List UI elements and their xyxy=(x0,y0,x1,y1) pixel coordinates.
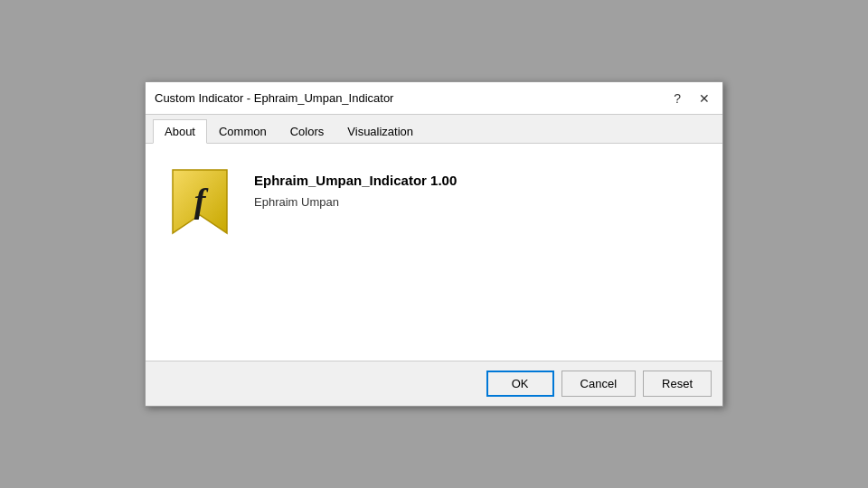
ok-button[interactable]: OK xyxy=(486,371,554,397)
reset-button[interactable]: Reset xyxy=(643,371,712,397)
title-bar-controls: ? ✕ xyxy=(670,89,713,108)
help-button[interactable]: ? xyxy=(670,89,684,108)
custom-indicator-dialog: Custom Indicator - Ephraim_Umpan_Indicat… xyxy=(145,81,723,407)
indicator-author: Ephraim Umpan xyxy=(254,195,457,209)
indicator-icon: f xyxy=(164,165,236,238)
content-area: f Ephraim_Umpan_Indicator 1.00 Ephraim U… xyxy=(146,144,722,361)
about-section: f Ephraim_Umpan_Indicator 1.00 Ephraim U… xyxy=(164,165,704,238)
dialog-title: Custom Indicator - Ephraim_Umpan_Indicat… xyxy=(155,91,393,105)
indicator-name: Ephraim_Umpan_Indicator 1.00 xyxy=(254,173,457,188)
dialog-footer: OK Cancel Reset xyxy=(146,361,722,406)
title-bar: Custom Indicator - Ephraim_Umpan_Indicat… xyxy=(146,82,722,115)
tab-visualization[interactable]: Visualization xyxy=(335,119,425,144)
indicator-info: Ephraim_Umpan_Indicator 1.00 Ephraim Ump… xyxy=(254,165,457,209)
cancel-button[interactable]: Cancel xyxy=(561,371,636,397)
close-button[interactable]: ✕ xyxy=(695,89,713,108)
tab-about[interactable]: About xyxy=(153,119,207,144)
tab-colors[interactable]: Colors xyxy=(278,119,336,144)
tab-common[interactable]: Common xyxy=(207,119,278,144)
tab-bar: About Common Colors Visualization xyxy=(146,115,722,144)
title-bar-left: Custom Indicator - Ephraim_Umpan_Indicat… xyxy=(155,91,393,105)
